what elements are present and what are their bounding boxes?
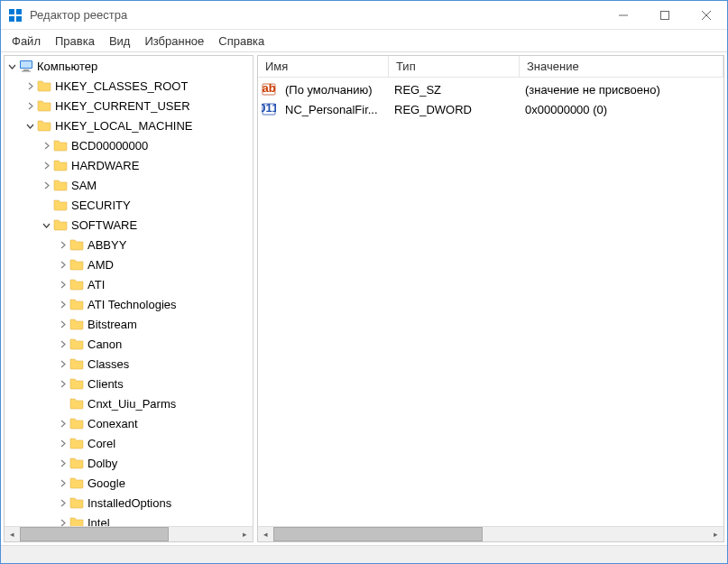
tree-item-label: Intel — [88, 516, 110, 527]
titlebar: Редактор реестра — [1, 1, 727, 30]
expand-icon[interactable] — [57, 517, 68, 526]
tree-item-label: HARDWARE — [71, 159, 139, 172]
value-data: (значение не присвоено) — [520, 83, 723, 97]
tree-item[interactable]: SOFTWARE — [5, 215, 253, 235]
tree-horizontal-scrollbar[interactable]: ◂ ▸ — [5, 526, 253, 541]
folder-icon — [37, 118, 51, 133]
column-name[interactable]: Имя — [258, 56, 389, 77]
list-panel: Имя Тип Значение ab(По умолчанию)REG_SZ(… — [257, 55, 724, 542]
folder-icon — [69, 277, 84, 291]
folder-icon — [53, 158, 68, 172]
tree-item[interactable]: Corel — [5, 433, 253, 453]
expand-icon[interactable] — [57, 259, 68, 270]
tree-item[interactable]: Intel — [5, 513, 253, 526]
list-view[interactable]: ab(По умолчанию)REG_SZ(значение не присв… — [258, 78, 723, 121]
tree-item[interactable]: BCD00000000 — [5, 135, 253, 155]
tree-item[interactable]: HKEY_CURRENT_USER — [5, 96, 253, 116]
close-button[interactable] — [686, 1, 727, 30]
expand-icon[interactable] — [57, 279, 68, 290]
expand-icon[interactable] — [57, 338, 68, 349]
tree-item[interactable]: ATI Technologies — [5, 294, 253, 314]
minimize-button[interactable] — [603, 1, 644, 30]
folder-icon — [69, 317, 84, 331]
folder-icon — [69, 456, 84, 470]
menu-help[interactable]: Справка — [211, 32, 272, 51]
expand-icon[interactable] — [57, 358, 68, 369]
collapse-icon[interactable] — [24, 120, 35, 131]
expand-icon[interactable] — [57, 378, 68, 389]
tree-item[interactable]: HKEY_CLASSES_ROOT — [5, 76, 253, 96]
folder-icon — [53, 198, 68, 212]
tree-view[interactable]: КомпьютерHKEY_CLASSES_ROOTHKEY_CURRENT_U… — [5, 56, 253, 526]
expand-icon[interactable] — [57, 319, 68, 329]
column-type[interactable]: Тип — [389, 56, 520, 77]
tree-item[interactable]: InstalledOptions — [5, 493, 253, 513]
folder-icon — [53, 138, 68, 153]
tree-item[interactable]: Cnxt_Uiu_Parms — [5, 393, 253, 413]
svg-rect-3 — [16, 16, 22, 22]
tree-item-label: Classes — [88, 357, 129, 371]
tree-item[interactable]: Canon — [5, 334, 253, 354]
list-horizontal-scrollbar[interactable]: ◂ ▸ — [258, 526, 723, 541]
value-type: REG_DWORD — [389, 103, 520, 116]
folder-icon — [37, 98, 51, 113]
list-row[interactable]: 011NC_PersonalFir...REG_DWORD0x00000000 … — [258, 99, 723, 119]
svg-text:ab: ab — [262, 82, 275, 95]
svg-rect-2 — [9, 16, 14, 22]
tree-item[interactable]: Google — [5, 473, 253, 493]
menu-view[interactable]: Вид — [102, 32, 138, 51]
folder-icon — [69, 257, 84, 272]
tree-panel: КомпьютерHKEY_CLASSES_ROOTHKEY_CURRENT_U… — [4, 55, 253, 542]
expand-icon[interactable] — [24, 80, 35, 91]
tree-item-label: HKEY_CURRENT_USER — [55, 99, 190, 113]
tree-item-label: HKEY_LOCAL_MACHINE — [55, 119, 192, 133]
expand-icon[interactable] — [41, 140, 51, 151]
tree-item[interactable]: Dolby — [5, 453, 253, 473]
column-value[interactable]: Значение — [520, 56, 723, 77]
expand-icon[interactable] — [57, 458, 68, 468]
tree-item[interactable]: ABBYY — [5, 235, 253, 254]
svg-rect-5 — [661, 11, 669, 19]
tree-item[interactable]: HARDWARE — [5, 155, 253, 175]
expand-icon[interactable] — [57, 418, 68, 429]
list-row[interactable]: ab(По умолчанию)REG_SZ(значение не присв… — [258, 79, 723, 99]
tree-item[interactable]: ATI — [5, 274, 253, 294]
tree-item-label: Cnxt_Uiu_Parms — [88, 397, 176, 411]
content-area: КомпьютерHKEY_CLASSES_ROOTHKEY_CURRENT_U… — [1, 51, 727, 545]
expand-icon[interactable] — [57, 477, 68, 488]
value-type: REG_SZ — [389, 83, 520, 97]
menu-fav[interactable]: Избранное — [137, 32, 211, 51]
computer-icon — [19, 59, 33, 73]
expand-icon[interactable] — [41, 160, 51, 171]
expand-icon[interactable] — [57, 299, 68, 310]
value-name: NC_PersonalFir... — [280, 103, 389, 116]
expand-icon[interactable] — [41, 180, 51, 190]
window-controls — [603, 1, 727, 30]
tree-item[interactable]: SECURITY — [5, 195, 253, 215]
folder-icon — [69, 436, 84, 450]
tree-item-label: Conexant — [88, 417, 138, 430]
folder-icon — [69, 396, 84, 411]
tree-item[interactable]: Bitstream — [5, 314, 253, 334]
tree-item[interactable]: Classes — [5, 354, 253, 374]
folder-icon — [53, 178, 68, 192]
menu-file[interactable]: Файл — [5, 32, 48, 51]
tree-item[interactable]: Clients — [5, 374, 253, 393]
tree-item[interactable]: HKEY_LOCAL_MACHINE — [5, 116, 253, 135]
window-title: Редактор реестра — [30, 8, 603, 22]
svg-rect-0 — [9, 9, 14, 14]
expand-icon[interactable] — [57, 497, 68, 508]
maximize-button[interactable] — [644, 1, 686, 30]
expand-icon[interactable] — [57, 438, 68, 448]
tree-item-label: AMD — [88, 258, 114, 272]
tree-item[interactable]: Conexant — [5, 413, 253, 433]
tree-item-label: SECURITY — [71, 199, 131, 212]
tree-item[interactable]: AMD — [5, 254, 253, 274]
expand-icon[interactable] — [57, 239, 68, 250]
menu-edit[interactable]: Правка — [48, 32, 102, 51]
collapse-icon[interactable] — [41, 219, 51, 230]
expand-icon[interactable] — [24, 100, 35, 111]
collapse-icon[interactable] — [6, 60, 17, 71]
tree-root[interactable]: Компьютер — [5, 56, 253, 76]
tree-item[interactable]: SAM — [5, 175, 253, 195]
